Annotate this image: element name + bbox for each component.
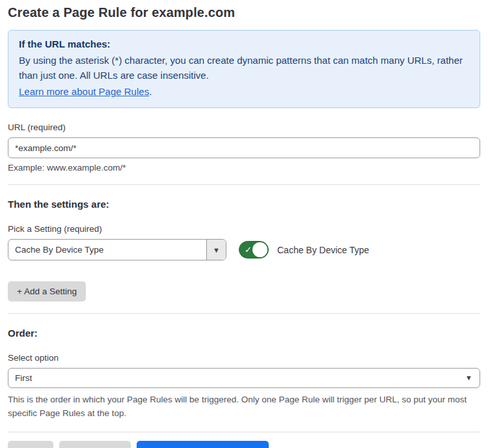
- toggle-label: Cache By Device Type: [277, 245, 369, 255]
- divider: [8, 184, 480, 185]
- page-rule-form: Create a Page Rule for example.com If th…: [0, 0, 488, 448]
- setting-select-arrow-button[interactable]: ▼: [206, 240, 226, 260]
- url-field-label: URL (required): [8, 122, 480, 132]
- cache-by-device-toggle[interactable]: ✓: [239, 241, 269, 259]
- check-icon: ✓: [245, 245, 252, 255]
- pick-setting-label: Pick a Setting (required): [8, 224, 480, 234]
- setting-select[interactable]: Cache By Device Type ▼: [8, 239, 226, 260]
- info-box-body: By using the asterisk (*) character, you…: [19, 53, 469, 83]
- footer-buttons: Cancel Save as Draft Save and Deploy Pag…: [8, 441, 480, 448]
- page-title: Create a Page Rule for example.com: [8, 0, 480, 20]
- order-section-heading: Order:: [8, 328, 480, 339]
- info-box-heading: If the URL matches:: [19, 38, 469, 49]
- divider: [8, 432, 480, 432]
- save-and-deploy-button[interactable]: Save and Deploy Page Rule: [137, 441, 269, 448]
- setting-select-value: Cache By Device Type: [8, 240, 206, 260]
- order-select-label: Select option: [8, 353, 480, 363]
- divider: [8, 313, 480, 314]
- learn-more-link[interactable]: Learn more about Page Rules: [19, 86, 149, 97]
- cancel-button[interactable]: Cancel: [8, 441, 53, 448]
- toggle-knob: [252, 242, 267, 257]
- order-help-text: This is the order in which your Page Rul…: [8, 393, 480, 420]
- caret-down-icon: ▼: [213, 246, 220, 254]
- add-setting-button[interactable]: + Add a Setting: [8, 281, 86, 301]
- url-input[interactable]: [8, 137, 480, 158]
- settings-section-heading: Then the settings are:: [8, 199, 480, 210]
- order-select[interactable]: First ▼: [8, 368, 480, 388]
- save-as-draft-button[interactable]: Save as Draft: [59, 441, 131, 448]
- link-period: .: [149, 86, 152, 97]
- order-select-value: First: [15, 373, 32, 383]
- url-example-text: Example: www.example.com/*: [8, 163, 480, 173]
- setting-row: Cache By Device Type ▼ ✓ Cache By Device…: [8, 239, 480, 260]
- info-link-line: Learn more about Page Rules.: [19, 84, 469, 99]
- url-match-info-box: If the URL matches: By using the asteris…: [8, 30, 480, 108]
- caret-down-icon: ▼: [465, 369, 472, 387]
